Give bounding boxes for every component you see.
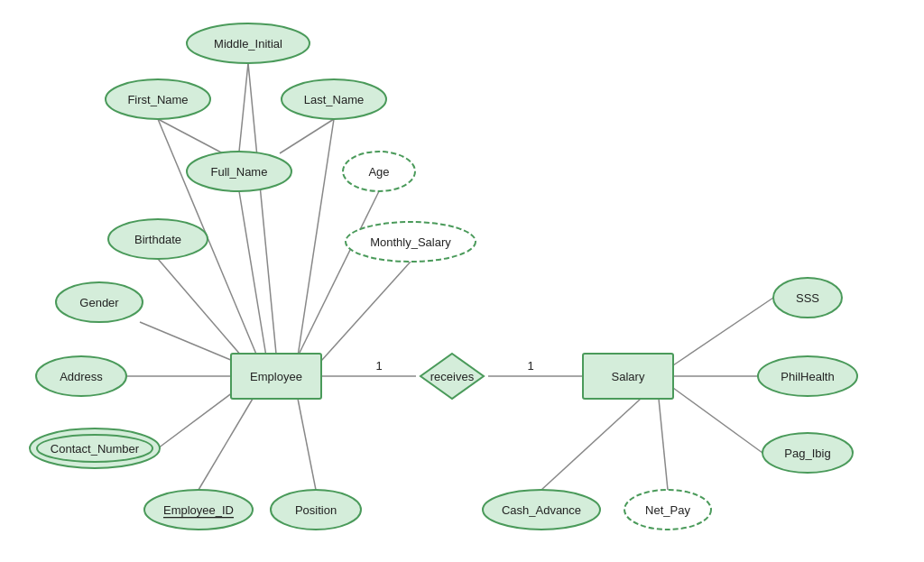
- conn-position: [298, 399, 316, 490]
- attr-birthdate-label: Birthdate: [134, 233, 181, 246]
- attr-gender-label: Gender: [79, 296, 119, 309]
- card-employee-receives: 1: [375, 359, 382, 373]
- attr-net-pay-label: Net_Pay: [645, 503, 690, 517]
- conn-net-pay: [659, 399, 668, 490]
- attr-cash-advance-label: Cash_Advance: [502, 503, 581, 517]
- conn-full-middle: [239, 63, 248, 152]
- attr-middle-initial-label: Middle_Initial: [214, 37, 282, 51]
- conn-sss: [673, 298, 773, 365]
- attr-age-label: Age: [368, 165, 389, 179]
- attr-sss-label: SSS: [796, 291, 819, 305]
- attr-position-label: Position: [295, 503, 337, 517]
- attr-pag-ibig-label: Pag_Ibig: [784, 447, 830, 460]
- conn-contact-number: [158, 390, 236, 448]
- er-diagram: Employee Salary receives 1 1 Middle_Init…: [0, 0, 924, 562]
- conn-pag-ibig: [673, 388, 762, 453]
- conn-full-first: [158, 119, 223, 153]
- conn-middle-initial: [248, 63, 276, 354]
- rel-receives-label: receives: [430, 370, 475, 383]
- conn-full-last: [280, 119, 334, 153]
- entity-employee-label: Employee: [250, 370, 302, 383]
- conn-monthly-salary: [321, 262, 411, 361]
- attr-employee-id-label: Employee_ID: [163, 503, 234, 517]
- attr-monthly-salary-label: Monthly_Salary: [370, 235, 451, 249]
- conn-cash-advance: [541, 399, 641, 490]
- attr-last-name-label: Last_Name: [304, 93, 364, 106]
- conn-full-name: [239, 191, 266, 356]
- attr-philhealth-label: PhilHealth: [781, 370, 834, 383]
- attr-address-label: Address: [60, 370, 103, 383]
- conn-birthdate: [158, 259, 242, 356]
- attr-first-name-label: First_Name: [127, 93, 188, 106]
- attr-contact-number-label: Contact_Number: [51, 442, 140, 456]
- entity-salary-label: Salary: [612, 370, 645, 383]
- card-receives-salary: 1: [527, 359, 533, 373]
- conn-gender: [140, 322, 233, 361]
- attr-full-name-label: Full_Name: [211, 165, 268, 179]
